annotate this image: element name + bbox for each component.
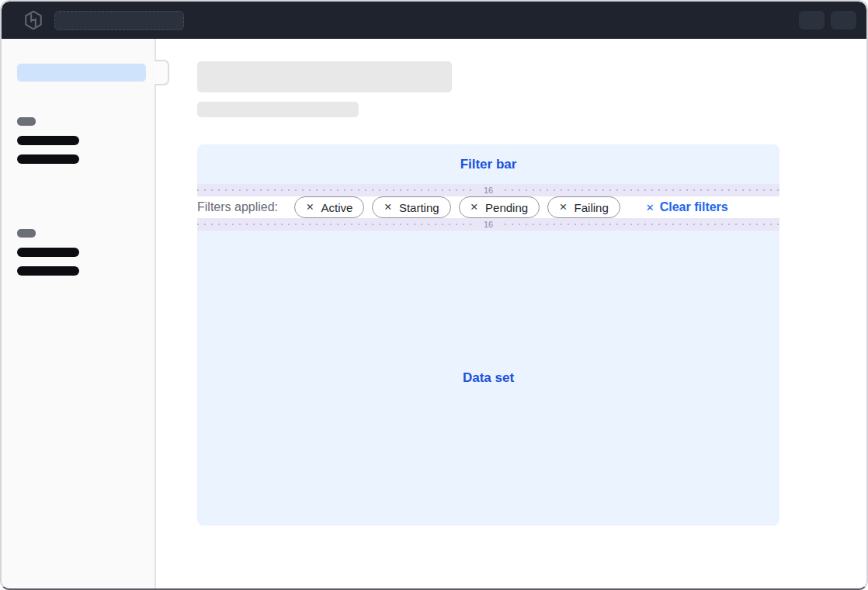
window-frame: Filter bar 16 Filters applied: ✕ Active … [0,0,868,590]
sidebar-item-skeleton[interactable] [17,154,79,164]
filters-applied-row: Filters applied: ✕ Active ✕ Starting ✕ P [197,196,779,218]
data-set-region: Data set [197,231,779,526]
sidebar-collapse-handle[interactable] [155,60,169,85]
filter-chip-failing[interactable]: ✕ Failing [547,196,620,218]
sidebar-item-skeleton[interactable] [17,266,79,276]
spacing-value: 16 [477,218,500,231]
top-bar [2,2,866,39]
filter-chip-label: Failing [575,201,609,214]
clear-filters-icon: ✕ [646,203,654,213]
spacing-annotation-bottom: 16 [197,218,779,231]
sidebar-item-skeleton[interactable] [17,248,79,257]
spacing-value: 16 [477,184,500,196]
page-subtitle-skeleton [197,102,359,117]
dismiss-icon: ✕ [559,203,567,213]
sidebar [2,39,156,588]
search-input[interactable] [54,11,184,30]
filter-chip-starting[interactable]: ✕ Starting [372,196,450,218]
dismiss-icon: ✕ [384,203,391,213]
filter-chip-label: Pending [485,201,528,214]
sidebar-section-heading-skeleton [17,229,36,238]
dismiss-icon: ✕ [306,203,314,213]
filter-chip-label: Starting [399,201,439,214]
main-content: Filter bar 16 Filters applied: ✕ Active … [156,39,866,588]
hashicorp-logo-icon [23,10,43,30]
dismiss-icon: ✕ [470,203,478,213]
sidebar-section-heading-skeleton [17,117,36,126]
data-set-label: Data set [463,370,514,386]
topbar-actions [799,11,856,30]
filter-bar-region: Filter bar [197,144,779,184]
filter-bar-label: Filter bar [460,157,517,172]
clear-filters-label: Clear filters [660,200,728,214]
filter-chips: ✕ Active ✕ Starting ✕ Pending ✕ [294,196,620,218]
filter-chip-pending[interactable]: ✕ Pending [459,196,540,218]
sidebar-item-selected[interactable] [17,64,146,82]
sidebar-item-skeleton[interactable] [17,136,79,145]
spacing-annotation-top: 16 [197,184,779,196]
page-title-skeleton [197,61,452,92]
topbar-action-button-2[interactable] [831,11,856,30]
filter-chip-active[interactable]: ✕ Active [294,196,364,218]
filters-applied-label: Filters applied: [197,200,278,214]
clear-filters-button[interactable]: ✕ Clear filters [646,200,728,214]
topbar-action-button-1[interactable] [799,11,825,30]
filter-chip-label: Active [321,201,353,214]
